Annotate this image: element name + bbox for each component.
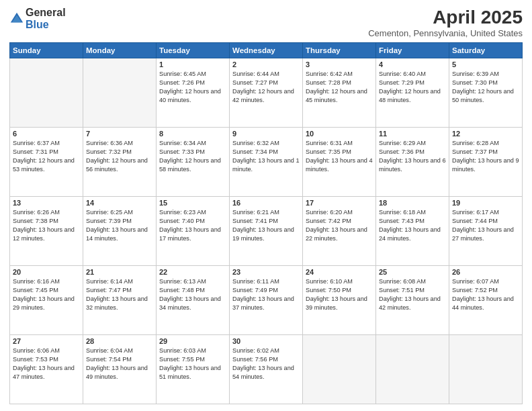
calendar-dow-tuesday: Tuesday — [157, 43, 230, 58]
logo-icon — [9, 11, 24, 26]
calendar-cell: 11Sunrise: 6:29 AMSunset: 7:36 PMDayligh… — [376, 128, 449, 197]
day-number: 17 — [306, 199, 373, 207]
calendar-week-3: 20Sunrise: 6:16 AMSunset: 7:45 PMDayligh… — [10, 266, 523, 335]
day-number: 14 — [86, 199, 153, 207]
day-info: Sunrise: 6:20 AMSunset: 7:42 PMDaylight:… — [306, 208, 373, 243]
day-info: Sunrise: 6:04 AMSunset: 7:54 PMDaylight:… — [86, 347, 153, 381]
day-number: 8 — [159, 130, 226, 138]
day-info: Sunrise: 6:32 AMSunset: 7:34 PMDaylight:… — [232, 139, 300, 174]
logo-blue-text: Blue — [26, 19, 66, 31]
calendar-cell: 24Sunrise: 6:10 AMSunset: 7:50 PMDayligh… — [303, 266, 376, 335]
calendar-cell: 18Sunrise: 6:18 AMSunset: 7:43 PMDayligh… — [376, 197, 449, 266]
day-number: 1 — [159, 60, 226, 68]
day-number: 2 — [232, 60, 300, 68]
calendar-cell: 4Sunrise: 6:40 AMSunset: 7:29 PMDaylight… — [376, 58, 449, 128]
calendar-cell: 14Sunrise: 6:25 AMSunset: 7:39 PMDayligh… — [83, 197, 157, 266]
day-number: 15 — [159, 199, 226, 207]
day-info: Sunrise: 6:31 AMSunset: 7:35 PMDaylight:… — [306, 139, 373, 174]
calendar-week-4: 27Sunrise: 6:06 AMSunset: 7:53 PMDayligh… — [10, 335, 523, 404]
day-number: 3 — [306, 60, 373, 68]
day-info: Sunrise: 6:26 AMSunset: 7:38 PMDaylight:… — [13, 208, 80, 243]
day-number: 30 — [232, 337, 300, 345]
day-info: Sunrise: 6:28 AMSunset: 7:37 PMDaylight:… — [452, 139, 519, 174]
calendar-cell — [83, 58, 157, 128]
day-number: 21 — [86, 268, 153, 276]
day-number: 27 — [13, 337, 80, 345]
logo-general-text: General — [26, 7, 66, 19]
calendar-dow-thursday: Thursday — [303, 43, 376, 58]
calendar-cell — [10, 58, 83, 128]
calendar-dow-wednesday: Wednesday — [230, 43, 303, 58]
day-number: 22 — [159, 268, 226, 276]
calendar-cell: 13Sunrise: 6:26 AMSunset: 7:38 PMDayligh… — [10, 197, 83, 266]
calendar-dow-monday: Monday — [83, 43, 157, 58]
day-number: 29 — [159, 337, 226, 345]
logo: General Blue — [9, 7, 66, 30]
day-info: Sunrise: 6:21 AMSunset: 7:41 PMDaylight:… — [232, 208, 300, 243]
calendar-cell: 12Sunrise: 6:28 AMSunset: 7:37 PMDayligh… — [449, 128, 523, 197]
day-number: 11 — [379, 130, 446, 138]
calendar-cell: 1Sunrise: 6:45 AMSunset: 7:26 PMDaylight… — [157, 58, 230, 128]
calendar-cell: 29Sunrise: 6:03 AMSunset: 7:55 PMDayligh… — [157, 335, 230, 404]
calendar-week-1: 6Sunrise: 6:37 AMSunset: 7:31 PMDaylight… — [10, 128, 523, 197]
calendar-cell: 15Sunrise: 6:23 AMSunset: 7:40 PMDayligh… — [157, 197, 230, 266]
calendar-cell: 9Sunrise: 6:32 AMSunset: 7:34 PMDaylight… — [230, 128, 303, 197]
day-info: Sunrise: 6:40 AMSunset: 7:29 PMDaylight:… — [379, 70, 446, 105]
day-number: 26 — [452, 268, 519, 276]
day-info: Sunrise: 6:17 AMSunset: 7:44 PMDaylight:… — [452, 208, 519, 243]
calendar-week-0: 1Sunrise: 6:45 AMSunset: 7:26 PMDaylight… — [10, 58, 523, 128]
day-info: Sunrise: 6:18 AMSunset: 7:43 PMDaylight:… — [379, 208, 446, 243]
day-number: 4 — [379, 60, 446, 68]
calendar-cell: 6Sunrise: 6:37 AMSunset: 7:31 PMDaylight… — [10, 128, 83, 197]
calendar-week-2: 13Sunrise: 6:26 AMSunset: 7:38 PMDayligh… — [10, 197, 523, 266]
day-info: Sunrise: 6:11 AMSunset: 7:49 PMDaylight:… — [232, 277, 300, 312]
calendar-dow-friday: Friday — [376, 43, 449, 58]
day-info: Sunrise: 6:23 AMSunset: 7:40 PMDaylight:… — [159, 208, 226, 243]
calendar-cell: 21Sunrise: 6:14 AMSunset: 7:47 PMDayligh… — [83, 266, 157, 335]
calendar-cell: 26Sunrise: 6:07 AMSunset: 7:52 PMDayligh… — [449, 266, 523, 335]
day-info: Sunrise: 6:44 AMSunset: 7:27 PMDaylight:… — [232, 70, 300, 105]
calendar-cell: 8Sunrise: 6:34 AMSunset: 7:33 PMDaylight… — [157, 128, 230, 197]
day-info: Sunrise: 6:42 AMSunset: 7:28 PMDaylight:… — [306, 70, 373, 105]
day-info: Sunrise: 6:06 AMSunset: 7:53 PMDaylight:… — [13, 347, 80, 381]
day-number: 10 — [306, 130, 373, 138]
header: General Blue April 2025 Cementon, Pennsy… — [9, 7, 523, 38]
day-number: 18 — [379, 199, 446, 207]
day-number: 23 — [232, 268, 300, 276]
calendar-cell: 19Sunrise: 6:17 AMSunset: 7:44 PMDayligh… — [449, 197, 523, 266]
day-info: Sunrise: 6:34 AMSunset: 7:33 PMDaylight:… — [159, 139, 226, 174]
title-block: April 2025 Cementon, Pennsylvania, Unite… — [368, 7, 523, 38]
calendar-cell: 20Sunrise: 6:16 AMSunset: 7:45 PMDayligh… — [10, 266, 83, 335]
calendar-cell — [376, 335, 449, 404]
day-info: Sunrise: 6:13 AMSunset: 7:48 PMDaylight:… — [159, 277, 226, 312]
day-info: Sunrise: 6:36 AMSunset: 7:32 PMDaylight:… — [86, 139, 153, 174]
day-info: Sunrise: 6:14 AMSunset: 7:47 PMDaylight:… — [86, 277, 153, 312]
calendar-cell: 27Sunrise: 6:06 AMSunset: 7:53 PMDayligh… — [10, 335, 83, 404]
logo-text: General Blue — [26, 7, 66, 30]
day-number: 24 — [306, 268, 373, 276]
day-info: Sunrise: 6:25 AMSunset: 7:39 PMDaylight:… — [86, 208, 153, 243]
calendar-cell: 25Sunrise: 6:08 AMSunset: 7:51 PMDayligh… — [376, 266, 449, 335]
calendar-cell: 3Sunrise: 6:42 AMSunset: 7:28 PMDaylight… — [303, 58, 376, 128]
day-info: Sunrise: 6:37 AMSunset: 7:31 PMDaylight:… — [13, 139, 80, 174]
calendar-cell: 7Sunrise: 6:36 AMSunset: 7:32 PMDaylight… — [83, 128, 157, 197]
day-info: Sunrise: 6:39 AMSunset: 7:30 PMDaylight:… — [452, 70, 519, 105]
day-info: Sunrise: 6:08 AMSunset: 7:51 PMDaylight:… — [379, 277, 446, 312]
day-number: 6 — [13, 130, 80, 138]
day-number: 28 — [86, 337, 153, 345]
day-number: 20 — [13, 268, 80, 276]
day-number: 12 — [452, 130, 519, 138]
calendar-cell: 17Sunrise: 6:20 AMSunset: 7:42 PMDayligh… — [303, 197, 376, 266]
month-title: April 2025 — [368, 7, 523, 28]
day-info: Sunrise: 6:02 AMSunset: 7:56 PMDaylight:… — [232, 347, 300, 381]
day-info: Sunrise: 6:16 AMSunset: 7:45 PMDaylight:… — [13, 277, 80, 312]
calendar-cell: 30Sunrise: 6:02 AMSunset: 7:56 PMDayligh… — [230, 335, 303, 404]
day-info: Sunrise: 6:03 AMSunset: 7:55 PMDaylight:… — [159, 347, 226, 381]
calendar-cell: 5Sunrise: 6:39 AMSunset: 7:30 PMDaylight… — [449, 58, 523, 128]
day-info: Sunrise: 6:07 AMSunset: 7:52 PMDaylight:… — [452, 277, 519, 312]
page: General Blue April 2025 Cementon, Pennsy… — [0, 0, 532, 411]
day-number: 13 — [13, 199, 80, 207]
calendar-cell: 22Sunrise: 6:13 AMSunset: 7:48 PMDayligh… — [157, 266, 230, 335]
calendar-cell — [303, 335, 376, 404]
calendar-cell: 23Sunrise: 6:11 AMSunset: 7:49 PMDayligh… — [230, 266, 303, 335]
